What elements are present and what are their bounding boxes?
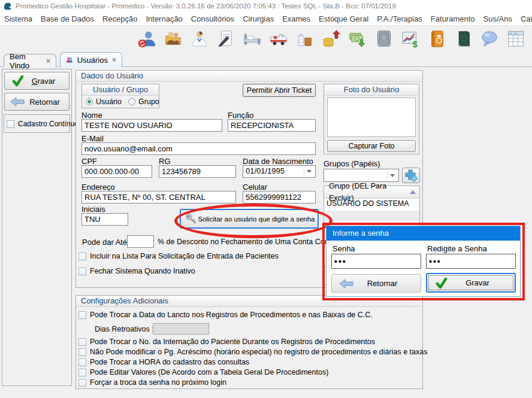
rg-input[interactable]: [159, 165, 236, 178]
menu-exames[interactable]: Exames: [278, 14, 315, 23]
toolbar-button-user-sync[interactable]: [137, 29, 157, 49]
patients-folder-icon: [164, 29, 183, 48]
tab-usuarios-close-icon[interactable]: ×: [112, 56, 116, 64]
iniciais-input[interactable]: [81, 213, 128, 226]
config-checkbox-pg-acrescimo-box[interactable]: [78, 348, 86, 356]
dialog-retornar-button[interactable]: Retornar: [331, 274, 421, 293]
radio-usuario[interactable]: [86, 98, 93, 105]
toolbar-button-report-grid[interactable]: [506, 29, 526, 49]
dialog-arrow-left-icon: [339, 279, 353, 288]
foto-preview: [327, 98, 416, 137]
fechar-sistema-checkbox[interactable]: Fechar Sistema Quando Inativo: [78, 267, 195, 275]
config-checkbox-hora-consultas-box[interactable]: [78, 358, 86, 366]
grupo-list-stripe: [324, 211, 419, 221]
config-adicionais-title: Configurações Adicionais: [76, 296, 422, 307]
tab-bem-vindo[interactable]: Bem Vindo ×: [4, 54, 56, 67]
toolbar-button-pharmacy[interactable]: [295, 29, 315, 49]
cadastro-continuo-checkbox-box[interactable]: [7, 120, 14, 128]
menu-cirurgias[interactable]: Cirurgias: [238, 14, 278, 23]
fechar-sistema-checkbox-box[interactable]: [78, 268, 86, 275]
usuario-grupo-box: Usuário / Grupo Usuário Grupo: [81, 84, 159, 108]
menu-faturamento[interactable]: Faturamento: [427, 14, 479, 23]
cpf-input[interactable]: [81, 165, 152, 178]
celular-label: Celular: [243, 183, 267, 192]
permitir-abrir-ticket-button[interactable]: Permitir Abrir Ticket: [243, 84, 316, 97]
config-checkbox-no-internacao-box[interactable]: [78, 338, 86, 346]
cadastro-continuo-panel: Cadastro Contínuo: [4, 114, 70, 133]
grupo-list-item[interactable]: USUÁRIO DO SISTEMA: [324, 199, 419, 211]
toolbar-button-prescription[interactable]: [216, 29, 236, 49]
toolbar-button-phone-book[interactable]: [427, 29, 447, 49]
toolbar-button-finance-chart[interactable]: $: [400, 29, 421, 49]
config-checkbox-forcar-troca-senha-box[interactable]: [78, 379, 86, 387]
config-checkbox-no-internacao[interactable]: Pode Trocar o No. da Internação do Pacie…: [78, 338, 375, 346]
nome-input[interactable]: [81, 119, 222, 132]
toolbar-button-patients[interactable]: [163, 29, 183, 49]
data-nascimento-combobox[interactable]: 01/01/1995: [243, 165, 316, 178]
cadastro-continuo-checkbox[interactable]: Cadastro Contínuo: [7, 120, 78, 128]
toolbar-button-money-out[interactable]: [347, 29, 368, 49]
capturar-foto-button[interactable]: Capturar Foto: [327, 140, 416, 152]
toolbar-button-ledger-book[interactable]: [453, 29, 473, 49]
solicitar-senha-button[interactable]: Solicitar ao usuário que digite a senha: [180, 209, 319, 229]
rg-label: RG: [159, 157, 171, 166]
data-nascimento-dropdown-icon[interactable]: [304, 167, 314, 176]
funcao-label: Função: [228, 111, 253, 120]
config-checkbox-hora-consultas[interactable]: Pode Trocar a HORA do cadastro das consu…: [78, 358, 249, 366]
email-input[interactable]: [81, 142, 316, 155]
fechar-sistema-label: Fechar Sistema Quando Inativo: [90, 267, 195, 275]
menu-sus-ans[interactable]: Sus/Ans: [479, 14, 516, 23]
tab-bem-vindo-label: Bem Vindo: [10, 52, 42, 70]
toolbar-button-safe[interactable]: [374, 29, 394, 49]
gravar-button[interactable]: Gravar: [4, 72, 69, 90]
dias-retroativos-input[interactable]: [153, 323, 209, 335]
config-checkbox-pg-acrescimo[interactable]: Não Pode modificar o Pg. Acréscimo (horá…: [78, 348, 427, 356]
toolbar-button-doctor[interactable]: [189, 29, 210, 49]
tab-usuarios-label: Usuários: [77, 56, 108, 65]
doctor-icon: [190, 29, 209, 48]
toolbar-button-ambulance[interactable]: [268, 29, 289, 49]
config-checkbox-data-lancto[interactable]: Pode Trocar a Data do Lancto nos Registr…: [78, 311, 373, 319]
menu-base-de-dados[interactable]: Base de Dados: [37, 14, 98, 23]
retornar-button[interactable]: Retornar: [4, 93, 69, 111]
dialog-gravar-button[interactable]: Gravar: [426, 273, 516, 293]
toolbar-button-money-in[interactable]: [321, 29, 341, 49]
incluir-lista-checkbox[interactable]: Incluir na Lista Para Solicitação de Ent…: [78, 252, 279, 260]
grupo-list-header[interactable]: Grupo (DEL Para Excluir): [324, 186, 419, 199]
menu-sistema[interactable]: Sistema: [0, 14, 37, 23]
desconto-input[interactable]: [127, 235, 154, 248]
ambulance-icon: [269, 29, 288, 48]
config-checkbox-data-lancto-box[interactable]: [78, 311, 86, 319]
config-checkbox-editar-valores-box[interactable]: [78, 369, 86, 376]
config-checkbox-no-internacao-label: Pode Trocar o No. da Internação do Pacie…: [90, 338, 375, 346]
senha-input[interactable]: [331, 254, 421, 269]
celular-input[interactable]: [243, 191, 316, 203]
capturar-foto-label: Capturar Foto: [348, 142, 394, 150]
money-in-icon: [322, 29, 341, 48]
grupos-papeis-dropdown-icon[interactable]: [387, 171, 397, 180]
config-checkbox-editar-valores-label: Pode Editar Valores (De Acordo com a Tab…: [90, 368, 328, 376]
grupos-papeis-label: Grupos (Papéis): [324, 159, 380, 168]
menu-pa-terapias[interactable]: P.A./Terapias: [373, 14, 427, 23]
funcao-input[interactable]: [228, 119, 316, 132]
data-nascimento-label: Data de Nascimento: [243, 157, 313, 166]
usuario-grupo-title: Usuário / Grupo: [82, 84, 159, 96]
radio-grupo[interactable]: [128, 98, 135, 105]
config-checkbox-hora-consultas-label: Pode Trocar a HORA do cadastro das consu…: [90, 358, 249, 366]
tab-usuarios[interactable]: Usuários ×: [60, 52, 122, 67]
key-icon: [185, 212, 198, 226]
incluir-lista-checkbox-box[interactable]: [78, 253, 86, 260]
endereco-input[interactable]: [81, 191, 236, 203]
redigite-senha-input[interactable]: [426, 254, 516, 269]
menu-estoque-geral[interactable]: Estoque Geral: [315, 14, 373, 23]
toolbar-button-chat[interactable]: [479, 29, 500, 49]
tab-bem-vindo-close-icon[interactable]: ×: [46, 57, 50, 65]
config-checkbox-forcar-troca-senha[interactable]: Forçar a troca da senha no próximo login: [78, 378, 226, 387]
config-checkbox-editar-valores[interactable]: Pode Editar Valores (De Acordo com a Tab…: [78, 368, 328, 376]
menu-consultorios[interactable]: Consultórios: [187, 14, 238, 23]
menu-caixa[interactable]: Caixa: [516, 14, 532, 23]
dados-usuario-group-title: Dados do Usuário: [76, 71, 422, 82]
toolbar-button-hospital-bed[interactable]: [242, 29, 262, 49]
menu-internacao[interactable]: Internação: [141, 14, 186, 23]
menu-recepcao[interactable]: Recepção: [98, 14, 142, 23]
